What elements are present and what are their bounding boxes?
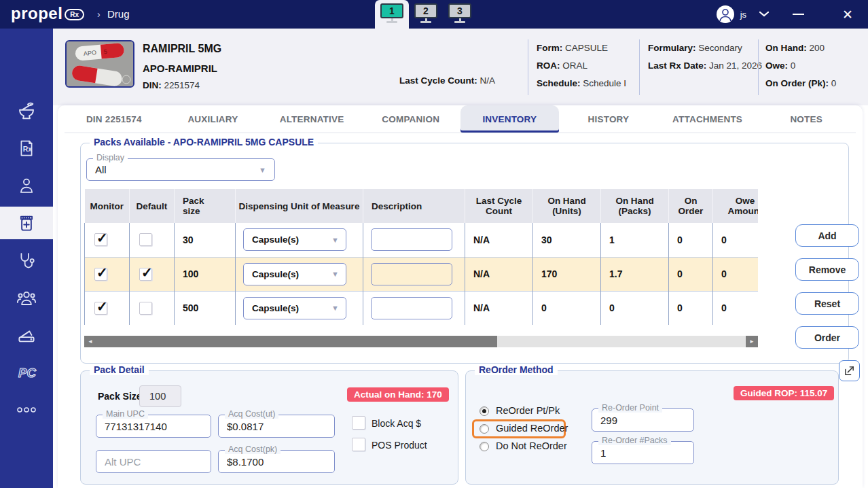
last-cycle-count: Last Cycle Count: N/A: [399, 75, 495, 86]
col-default: Default: [130, 189, 175, 223]
uom-select[interactable]: Capsule(s)▼: [243, 228, 346, 251]
uom-select[interactable]: Capsule(s)▼: [243, 263, 346, 285]
monitor-checkbox[interactable]: [94, 302, 107, 315]
reorder-packs-field[interactable]: Re-Order #Packs: [592, 441, 694, 464]
add-button[interactable]: Add: [795, 224, 859, 247]
tab-attachments[interactable]: ATTACHMENTS: [658, 105, 757, 133]
minimize-button[interactable]: [793, 14, 804, 15]
top-bar: propel Rx › Drug 1 2 3: [0, 0, 868, 29]
scroll-right-arrow[interactable]: ►: [746, 336, 758, 347]
content-card: DIN 2251574 AUXILIARY ALTERNATIVE COMPAN…: [58, 105, 863, 488]
sidebar-item-pc[interactable]: PC: [0, 356, 53, 389]
description-input[interactable]: [371, 297, 452, 319]
order-button[interactable]: Order: [795, 326, 859, 349]
scrollbar-track[interactable]: [497, 336, 746, 347]
svg-text:PC: PC: [18, 366, 36, 380]
guided-reorder-radio[interactable]: [480, 424, 489, 434]
scrollbar-thumb[interactable]: [96, 336, 497, 347]
sidebar-item-scanner[interactable]: [0, 319, 53, 351]
display-label: Display: [93, 153, 128, 162]
svg-text:APO: APO: [83, 49, 96, 57]
tab-alternative[interactable]: ALTERNATIVE: [262, 105, 361, 133]
col-monitor: Monitor: [85, 189, 130, 223]
pos-product-label: POS Product: [372, 440, 427, 451]
pos-product-checkbox[interactable]: [352, 438, 365, 451]
reorder-ptpk-radio[interactable]: [480, 406, 489, 416]
owe-amount-value: 0: [713, 291, 759, 325]
guided-rop-badge: Guided ROP: 115.07: [734, 386, 834, 400]
on-hand-packs-value: 1: [601, 223, 669, 257]
scroll-left-arrow[interactable]: ◄: [84, 336, 96, 347]
user-area: js ✕: [716, 0, 868, 29]
sidebar-item-patient[interactable]: [0, 169, 53, 202]
uom-select[interactable]: Capsule(s)▼: [243, 297, 346, 319]
tab-notes[interactable]: NOTES: [757, 105, 856, 133]
pill-bottle-icon: [16, 213, 37, 233]
pc-logo-icon: PC: [16, 362, 37, 383]
reorder-point-field[interactable]: Re-Order Point: [592, 408, 694, 432]
session-tab-3[interactable]: 3: [443, 0, 477, 29]
more-dots-icon: [16, 404, 37, 415]
tab-history[interactable]: HISTORY: [559, 105, 658, 133]
monitor-checkbox[interactable]: [94, 233, 107, 246]
sidebar-item-more[interactable]: [0, 394, 53, 426]
packs-available-legend: Packs Available - APO-RAMIPRIL 5MG CAPSU…: [90, 137, 318, 147]
sidebar-item-groups[interactable]: [0, 281, 53, 314]
tab-companion[interactable]: COMPANION: [361, 105, 460, 133]
default-checkbox[interactable]: [139, 268, 152, 281]
avatar[interactable]: [716, 5, 735, 24]
tab-auxiliary[interactable]: AUXILIARY: [164, 105, 263, 133]
breadcrumb[interactable]: Drug: [107, 8, 130, 20]
reorder-packs-label: Re-Order #Packs: [598, 436, 671, 445]
alt-upc-input[interactable]: [96, 451, 211, 472]
main-upc-field[interactable]: Main UPC: [96, 415, 211, 438]
table-row[interactable]: 500 Capsule(s)▼ N/A 0 0 0 0: [85, 291, 759, 325]
do-not-reorder-radio[interactable]: [480, 442, 489, 451]
monitor-checkbox[interactable]: [94, 268, 107, 281]
col-owe-amount: Owe Amount: [713, 189, 759, 223]
open-external-button[interactable]: [839, 360, 860, 381]
monitor-icon: 2: [414, 3, 438, 23]
do-not-reorder-label: Do Not ReOrder: [496, 440, 567, 451]
alt-upc-field[interactable]: [96, 450, 211, 473]
block-acq-checkbox[interactable]: [352, 416, 365, 430]
block-acq-label: Block Acq $: [372, 418, 421, 429]
chevron-down-icon: ▼: [331, 304, 339, 312]
chevron-down-icon[interactable]: [759, 11, 770, 18]
on-hand-units-value: 170: [533, 257, 601, 291]
col-last-cycle: Last Cycle Count: [465, 189, 533, 223]
sidebar-item-clinical[interactable]: [0, 244, 53, 277]
sidebar-item-prescriptions[interactable]: Rx: [0, 132, 53, 164]
display-value: All: [95, 164, 107, 175]
reorder-method-legend: ReOrder Method: [475, 364, 558, 375]
session-tab-1[interactable]: 1: [375, 0, 409, 29]
display-select[interactable]: Display All ▼: [86, 158, 275, 181]
drug-form: Form: CAPSULE: [537, 43, 608, 53]
on-order-value: 0: [669, 291, 713, 325]
remove-button[interactable]: Remove: [795, 258, 859, 281]
guided-reorder-label: Guided ReOrder: [496, 423, 568, 434]
table-row[interactable]: 30 Capsule(s)▼ N/A 30 1 0 0: [85, 223, 759, 257]
default-checkbox[interactable]: [139, 302, 152, 315]
col-on-hand-units: On Hand (Units): [533, 189, 601, 223]
owe-amount-value: 0: [713, 257, 759, 291]
drug-formulary: Formulary: Secondary: [648, 43, 742, 53]
owe-amount-value: 0: [713, 223, 759, 257]
acq-cost-pk-field[interactable]: Acq Cost(pk): [218, 450, 335, 473]
tab-din[interactable]: DIN 2251574: [65, 105, 164, 133]
description-input[interactable]: [371, 263, 452, 285]
session-tab-2[interactable]: 2: [409, 0, 443, 29]
sidebar-item-compounding[interactable]: [0, 94, 53, 127]
horizontal-scrollbar[interactable]: ◄ ►: [84, 336, 758, 347]
acq-cost-ut-label: Acq Cost(ut): [225, 409, 278, 419]
sidebar-item-inventory[interactable]: [0, 207, 53, 239]
acq-cost-ut-field[interactable]: Acq Cost(ut): [218, 415, 335, 438]
default-checkbox[interactable]: [139, 233, 152, 246]
col-on-hand-packs: On Hand (Packs): [601, 189, 669, 223]
close-button[interactable]: ✕: [842, 8, 853, 21]
acq-cost-pk-label: Acq Cost(pk): [225, 445, 281, 454]
reset-button[interactable]: Reset: [795, 292, 859, 315]
tab-inventory[interactable]: INVENTORY: [460, 105, 560, 133]
description-input[interactable]: [371, 228, 452, 251]
table-row-selected[interactable]: 100 Capsule(s)▼ N/A 170 1.7 0 0: [85, 257, 759, 291]
